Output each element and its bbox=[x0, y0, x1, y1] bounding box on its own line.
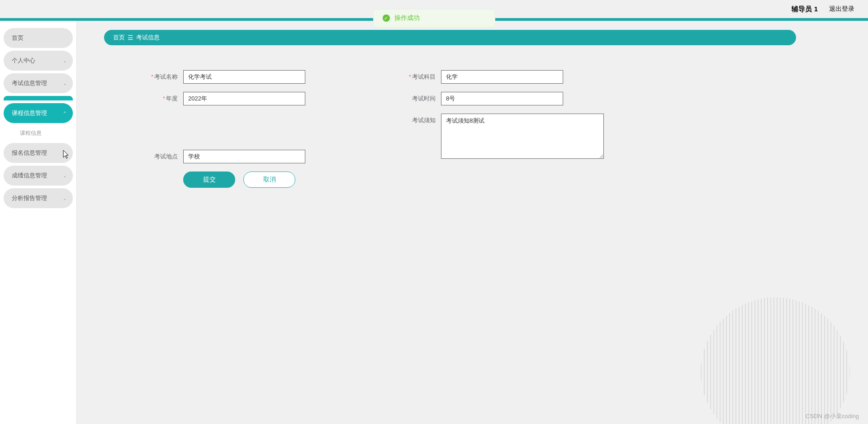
input-exam-name[interactable] bbox=[183, 70, 305, 84]
chevron-down-icon: ⌄ bbox=[63, 196, 66, 201]
sidebar-item-label: 分析报告管理 bbox=[12, 194, 47, 202]
label-time: 考试时间 bbox=[387, 92, 441, 105]
sidebar-item-grades[interactable]: 成绩信息管理 ⌄ bbox=[4, 166, 73, 186]
check-icon: ✓ bbox=[383, 14, 390, 22]
breadcrumb-current: 考试信息 bbox=[136, 33, 160, 42]
sidebar-item-course-info[interactable]: 课程信息管理 ⌃ bbox=[4, 103, 73, 123]
sidebar-sub-item-course[interactable]: 课程信息 bbox=[2, 126, 75, 140]
logout-link[interactable]: 退出登录 bbox=[829, 5, 854, 13]
sidebar-item-label: 报名信息管理 bbox=[12, 149, 47, 157]
submit-button[interactable]: 提交 bbox=[183, 172, 235, 188]
main-content: 首页 ☰ 考试信息 *考试名称 *年度 bbox=[77, 21, 868, 424]
form-row-location: 考试地点 bbox=[129, 150, 387, 163]
sidebar: 首页 个人中心 ⌄ 考试信息管理 ⌄ 课程信息管理 ⌃ 课程信息 报名信息管理 … bbox=[0, 21, 77, 424]
chevron-down-icon: ⌄ bbox=[63, 58, 66, 63]
chevron-up-icon: ⌃ bbox=[63, 111, 66, 116]
watermark: CSDN @小菜coding bbox=[806, 412, 859, 420]
sidebar-sub-label: 课程信息 bbox=[20, 129, 42, 137]
toast-message: 操作成功 bbox=[394, 14, 420, 22]
chevron-down-icon: ⌄ bbox=[63, 173, 66, 178]
sidebar-item-profile[interactable]: 个人中心 ⌄ bbox=[4, 51, 73, 71]
sidebar-item-label: 课程信息管理 bbox=[12, 109, 47, 117]
input-subject[interactable] bbox=[441, 70, 563, 84]
sidebar-item-label: 成绩信息管理 bbox=[12, 172, 47, 180]
label-location: 考试地点 bbox=[129, 150, 183, 163]
success-toast: ✓ 操作成功 bbox=[373, 9, 495, 27]
form-row-year: *年度 bbox=[129, 92, 387, 105]
form-row-notice: 考试须知 bbox=[387, 114, 645, 159]
sidebar-item-exam-info[interactable]: 考试信息管理 ⌄ bbox=[4, 73, 73, 93]
chevron-down-icon: ⌄ bbox=[63, 81, 66, 86]
label-exam-name: *考试名称 bbox=[129, 70, 183, 84]
breadcrumb: 首页 ☰ 考试信息 bbox=[104, 30, 796, 45]
label-subject: *考试科目 bbox=[387, 70, 441, 84]
cancel-button[interactable]: 取消 bbox=[243, 172, 295, 188]
sidebar-item-label: 首页 bbox=[12, 34, 24, 42]
hamburger-icon: ☰ bbox=[128, 34, 133, 41]
sidebar-item-registration[interactable]: 报名信息管理 ⌄ bbox=[4, 143, 73, 163]
label-notice: 考试须知 bbox=[387, 114, 441, 127]
sidebar-item-label: 个人中心 bbox=[12, 57, 35, 65]
input-year[interactable] bbox=[183, 92, 305, 105]
sidebar-item-home[interactable]: 首页 bbox=[4, 28, 73, 48]
form-area: *考试名称 *年度 考试地点 bbox=[104, 70, 841, 188]
form-row-time: 考试时间 bbox=[387, 92, 645, 105]
sidebar-sub-band bbox=[4, 96, 73, 100]
sidebar-item-label: 考试信息管理 bbox=[12, 79, 47, 87]
form-row-subject: *考试科目 bbox=[387, 70, 645, 84]
input-time[interactable] bbox=[441, 92, 563, 105]
form-row-exam-name: *考试名称 bbox=[129, 70, 387, 84]
chevron-down-icon: ⌄ bbox=[63, 151, 66, 156]
label-year: *年度 bbox=[129, 92, 183, 105]
sidebar-item-reports[interactable]: 分析报告管理 ⌄ bbox=[4, 188, 73, 208]
background-decoration bbox=[701, 297, 850, 424]
user-name[interactable]: 辅导员 1 bbox=[792, 5, 818, 14]
input-location[interactable] bbox=[183, 150, 305, 163]
breadcrumb-home[interactable]: 首页 bbox=[113, 33, 125, 42]
textarea-notice[interactable] bbox=[441, 114, 604, 159]
